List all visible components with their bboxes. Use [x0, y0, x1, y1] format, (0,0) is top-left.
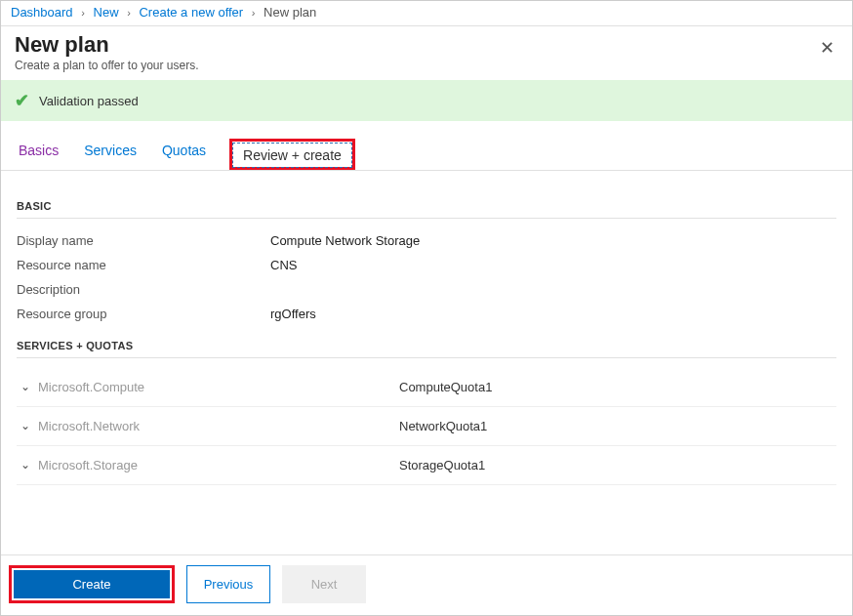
next-button: Next [282, 565, 366, 603]
footer-actions: Create Previous Next [1, 554, 852, 615]
close-button[interactable]: ✕ [815, 36, 838, 60]
service-row-network[interactable]: ⌄ Microsoft.Network NetworkQuota1 [17, 407, 836, 446]
value-display-name: Compute Network Storage [270, 233, 420, 248]
tab-review-create[interactable]: Review + create [232, 143, 352, 168]
service-row-storage[interactable]: ⌄ Microsoft.Storage StorageQuota1 [17, 446, 836, 485]
checkmark-icon: ✔ [15, 90, 29, 111]
row-resource-group: Resource group rgOffers [17, 302, 836, 326]
service-name: Microsoft.Storage [38, 458, 399, 472]
highlight-box: Create [9, 565, 175, 603]
previous-button[interactable]: Previous [186, 565, 270, 603]
main-content: BASIC Display name Compute Network Stora… [1, 171, 852, 493]
tab-basics[interactable]: Basics [17, 139, 61, 170]
breadcrumb-create-offer[interactable]: Create a new offer [139, 5, 243, 20]
page-header: New plan Create a plan to offer to your … [1, 26, 852, 78]
breadcrumb-current: New plan [264, 5, 316, 20]
service-name: Microsoft.Compute [38, 380, 399, 394]
chevron-down-icon: ⌄ [20, 458, 38, 472]
label-display-name: Display name [17, 233, 270, 248]
service-quota: StorageQuota1 [399, 458, 485, 472]
breadcrumb: Dashboard › New › Create a new offer › N… [1, 1, 852, 26]
tab-quotas[interactable]: Quotas [160, 139, 208, 170]
chevron-right-icon: › [252, 7, 256, 19]
tab-bar: Basics Services Quotas Review + create [1, 121, 852, 171]
breadcrumb-new[interactable]: New [94, 5, 119, 20]
chevron-down-icon: ⌄ [20, 419, 38, 432]
highlight-box: Review + create [229, 139, 355, 170]
chevron-right-icon: › [127, 7, 131, 19]
tab-services[interactable]: Services [82, 139, 139, 170]
service-row-compute[interactable]: ⌄ Microsoft.Compute ComputeQuota1 [17, 368, 836, 407]
row-resource-name: Resource name CNS [17, 253, 836, 277]
chevron-down-icon: ⌄ [20, 380, 38, 393]
label-resource-group: Resource group [17, 307, 270, 321]
close-icon: ✕ [820, 38, 834, 58]
chevron-right-icon: › [81, 7, 85, 19]
service-quota: ComputeQuota1 [399, 380, 492, 394]
breadcrumb-dashboard[interactable]: Dashboard [11, 5, 73, 20]
services-quotas-section: SERVICES + QUOTAS ⌄ Microsoft.Compute Co… [17, 340, 836, 485]
label-description: Description [17, 282, 270, 297]
create-button[interactable]: Create [14, 570, 170, 598]
page-subtitle: Create a plan to offer to your users. [15, 59, 838, 72]
section-basic-title: BASIC [17, 200, 836, 219]
row-display-name: Display name Compute Network Storage [17, 228, 836, 253]
value-resource-name: CNS [270, 258, 297, 272]
value-resource-group: rgOffers [270, 307, 316, 321]
validation-message: Validation passed [39, 94, 139, 108]
service-quota: NetworkQuota1 [399, 419, 487, 433]
service-name: Microsoft.Network [38, 419, 399, 433]
row-description: Description [17, 277, 836, 302]
validation-banner: ✔ Validation passed [1, 80, 852, 121]
page-title: New plan [15, 32, 838, 58]
section-services-title: SERVICES + QUOTAS [17, 340, 836, 358]
label-resource-name: Resource name [17, 258, 270, 272]
